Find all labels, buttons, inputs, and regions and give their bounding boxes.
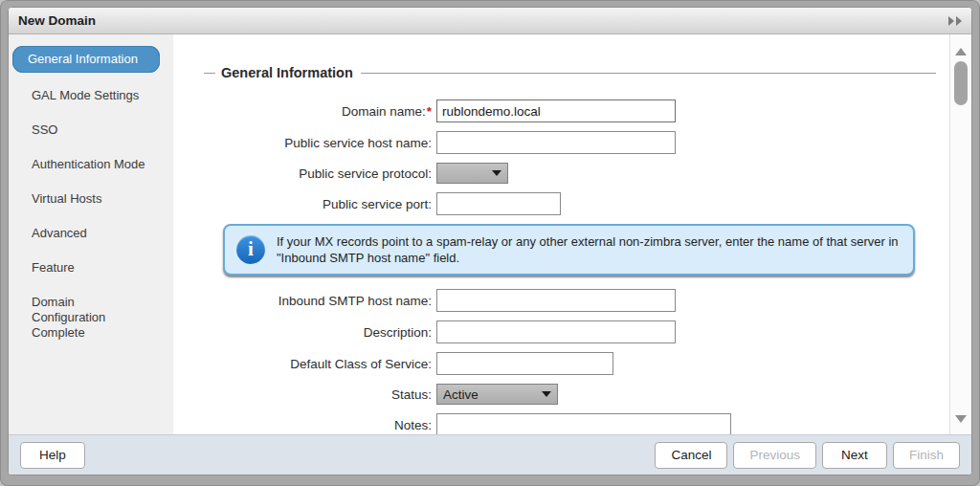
sidebar-item-advanced[interactable]: Advanced: [12, 221, 148, 246]
domain-name-input[interactable]: [436, 99, 676, 122]
status-select[interactable]: Active: [436, 384, 558, 405]
default-class-of-service-input[interactable]: [436, 352, 613, 375]
help-button[interactable]: Help: [20, 442, 85, 469]
notes-input[interactable]: [436, 413, 731, 434]
field-row-description: Description:: [204, 320, 936, 343]
double-right-arrow-icon[interactable]: [948, 16, 962, 26]
field-row-public-service-host-name: Public service host name:: [204, 131, 936, 154]
status-label: Status:: [204, 387, 436, 402]
default-class-of-service-label: Default Class of Service:: [204, 357, 436, 371]
info-box: i If your MX records point to a spam-rel…: [223, 224, 915, 276]
scroll-up-icon[interactable]: [955, 48, 967, 55]
field-row-domain-name: Domain name:*: [204, 99, 936, 122]
wizard-steps-sidebar: General Information GAL Mode Settings SS…: [9, 34, 173, 434]
scrollbar[interactable]: [949, 34, 971, 434]
field-row-public-service-protocol: Public service protocol:: [204, 163, 936, 184]
next-button[interactable]: Next: [822, 442, 887, 469]
sidebar-item-general-information[interactable]: General Information: [12, 46, 160, 73]
section-title: General Information: [221, 65, 353, 80]
cancel-button[interactable]: Cancel: [655, 442, 727, 469]
inbound-smtp-host-name-label: Inbound SMTP host name:: [204, 294, 436, 308]
notes-label: Notes:: [204, 418, 436, 432]
public-service-port-label: Public service port:: [204, 197, 436, 211]
sidebar-item-virtual-hosts[interactable]: Virtual Hosts: [12, 187, 148, 211]
sidebar-item-feature[interactable]: Feature: [12, 255, 148, 280]
dialog-footer: Help Cancel Previous Next Finish: [9, 434, 971, 475]
inbound-smtp-host-name-input[interactable]: [436, 289, 676, 312]
description-input[interactable]: [436, 320, 676, 343]
field-row-public-service-port: Public service port:: [204, 192, 936, 215]
chevron-down-icon: [542, 391, 551, 397]
public-service-host-name-input[interactable]: [436, 131, 676, 154]
dialog-title: New Domain: [18, 13, 96, 28]
field-row-notes: Notes:: [204, 413, 936, 434]
sidebar-item-authentication-mode[interactable]: Authentication Mode: [12, 152, 148, 177]
public-service-protocol-label: Public service protocol:: [204, 166, 436, 181]
status-value: Active: [443, 387, 536, 402]
info-message: If your MX records point to a spam-relay…: [277, 233, 902, 266]
required-marker: *: [427, 104, 432, 119]
section-dash: [204, 73, 215, 74]
section-rule: [361, 73, 936, 74]
field-row-inbound-smtp-host-name: Inbound SMTP host name:: [204, 289, 936, 312]
field-row-status: Status: Active: [204, 384, 936, 405]
form-content: General Information Domain name:* Public…: [173, 34, 949, 434]
scrollbar-thumb[interactable]: [954, 61, 968, 105]
dialog-titlebar: New Domain: [9, 8, 971, 34]
previous-button: Previous: [733, 442, 816, 469]
new-domain-dialog: New Domain General Information GAL Mode …: [8, 7, 972, 475]
description-label: Description:: [204, 325, 436, 340]
public-service-protocol-select[interactable]: [436, 163, 508, 184]
sidebar-item-sso[interactable]: SSO: [12, 118, 148, 143]
chevron-down-icon: [492, 170, 501, 176]
public-service-host-name-label: Public service host name:: [204, 136, 436, 150]
domain-name-label: Domain name:*: [204, 104, 436, 119]
section-header: General Information: [204, 65, 936, 80]
info-icon: i: [236, 235, 265, 264]
sidebar-item-gal-mode-settings[interactable]: GAL Mode Settings: [12, 83, 148, 108]
scroll-down-icon[interactable]: [955, 415, 967, 423]
field-row-default-class-of-service: Default Class of Service:: [204, 352, 936, 375]
sidebar-item-domain-configuration-complete[interactable]: Domain Configuration Complete: [12, 290, 148, 345]
dialog-frame: New Domain General Information GAL Mode …: [0, 0, 980, 486]
finish-button: Finish: [893, 442, 960, 469]
public-service-port-input[interactable]: [436, 192, 561, 215]
